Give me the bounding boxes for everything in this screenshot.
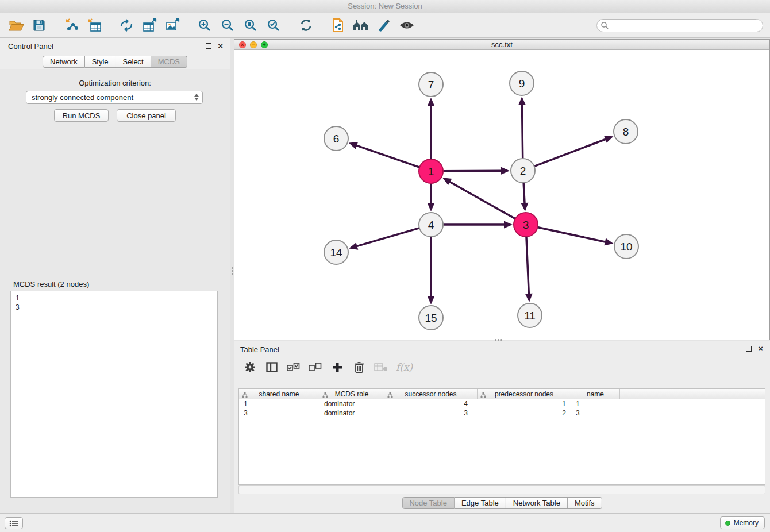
table-horizontal-scrollbar[interactable] — [238, 485, 765, 494]
refresh-view-icon[interactable] — [294, 15, 317, 36]
add-column-icon[interactable] — [330, 359, 344, 375]
graph-node-6[interactable]: 6 — [324, 126, 348, 151]
graph-node-label: 14 — [330, 246, 342, 259]
tab-style[interactable]: Style — [85, 56, 116, 68]
table-row[interactable]: 3 dominator 3 2 3 — [239, 408, 765, 418]
delete-table-icon-disabled — [374, 359, 388, 375]
cell-shared-name[interactable]: 1 — [239, 399, 319, 408]
graph-node-label: 9 — [519, 78, 525, 90]
import-network-icon[interactable] — [60, 15, 83, 36]
table-tabs: Node Table Edge Table Network Table Moti… — [402, 497, 602, 509]
tab-edge-table[interactable]: Edge Table — [455, 497, 506, 509]
graph-edge-1-2[interactable] — [444, 171, 501, 171]
cell-successor-nodes[interactable]: 4 — [384, 399, 478, 408]
tab-network[interactable]: Network — [43, 56, 85, 68]
table-row[interactable]: 1 dominator 4 1 1 — [239, 399, 765, 408]
tab-motifs[interactable]: Motifs — [568, 497, 602, 509]
close-panel-icon[interactable]: × — [218, 41, 223, 51]
tab-mcds[interactable]: MCDS — [151, 56, 187, 68]
network-canvas[interactable]: 7968124314101511 — [234, 50, 769, 340]
run-mcds-button[interactable]: Run MCDS — [54, 109, 109, 122]
graph-edge-1-6[interactable] — [357, 145, 419, 167]
close-table-panel-icon[interactable]: × — [758, 344, 763, 354]
column-header-successor-nodes[interactable]: successor nodes — [384, 389, 478, 399]
cell-mcds-role[interactable]: dominator — [319, 399, 384, 408]
close-panel-button[interactable]: Close panel — [117, 109, 176, 122]
import-table-icon[interactable] — [83, 15, 106, 36]
export-table-icon[interactable] — [138, 15, 161, 36]
show-hide-eye-icon[interactable] — [395, 15, 418, 36]
cell-successor-nodes[interactable]: 3 — [384, 408, 478, 418]
graph-node-1[interactable]: 1 — [419, 159, 443, 183]
graph-node-10[interactable]: 10 — [614, 234, 638, 259]
import-document-icon[interactable] — [326, 15, 349, 36]
open-session-icon[interactable] — [5, 15, 28, 36]
minimize-window-icon[interactable]: − — [250, 41, 257, 48]
graph-node-14[interactable]: 14 — [324, 240, 348, 264]
mcds-result-groupbox: MCDS result (2 nodes) 1 3 — [7, 284, 221, 503]
graph-edge-2-3[interactable] — [523, 183, 525, 203]
table-panel-title: Table Panel — [240, 345, 279, 354]
column-visibility-icon[interactable] — [265, 359, 279, 375]
graph-edge-arrowhead — [428, 203, 435, 211]
save-session-icon[interactable] — [28, 15, 51, 36]
float-table-panel-icon[interactable] — [746, 346, 752, 352]
style-brush-icon[interactable] — [372, 15, 395, 36]
column-label: predecessor nodes — [495, 390, 553, 398]
graph-edge-2-8[interactable] — [535, 139, 606, 166]
graph-edge-3-10[interactable] — [538, 228, 605, 242]
cell-predecessor-nodes[interactable]: 1 — [478, 399, 571, 408]
home-icon[interactable] — [349, 15, 372, 36]
column-header-mcds-role[interactable]: MCDS role — [319, 389, 384, 399]
cell-name[interactable]: 3 — [571, 408, 620, 418]
tab-network-table[interactable]: Network Table — [506, 497, 568, 509]
network-graph[interactable]: 7968124314101511 — [234, 50, 769, 340]
column-label: MCDS role — [335, 390, 369, 398]
cell-mcds-role[interactable]: dominator — [319, 408, 384, 418]
graph-node-15[interactable]: 15 — [419, 306, 443, 330]
graph-node-4[interactable]: 4 — [419, 213, 443, 237]
zoom-out-icon[interactable] — [216, 15, 239, 36]
graph-edge-4-14[interactable] — [357, 228, 418, 246]
table-toolbar: f(x) — [243, 357, 413, 377]
search-input[interactable] — [596, 19, 763, 32]
graph-node-9[interactable]: 9 — [510, 71, 534, 95]
graph-node-2[interactable]: 2 — [511, 159, 535, 183]
float-panel-icon[interactable] — [206, 43, 211, 49]
criterion-dropdown-value: strongly connected component — [32, 93, 133, 102]
export-image-icon[interactable] — [161, 15, 184, 36]
cell-shared-name[interactable]: 3 — [239, 408, 319, 418]
graph-node-7[interactable]: 7 — [419, 72, 443, 97]
deselect-all-icon[interactable] — [309, 359, 322, 375]
tab-node-table[interactable]: Node Table — [402, 497, 455, 509]
column-header-shared-name[interactable]: shared name — [239, 389, 319, 399]
graph-node-3[interactable]: 3 — [514, 213, 538, 237]
column-header-predecessor-nodes[interactable]: predecessor nodes — [478, 389, 571, 399]
table-settings-gear-icon[interactable] — [243, 359, 257, 375]
column-label: successor nodes — [405, 390, 456, 398]
network-window-titlebar[interactable]: × − + scc.txt — [234, 40, 769, 50]
control-panel-tabs: Network Style Select MCDS — [43, 56, 187, 68]
task-history-button[interactable] — [5, 517, 23, 529]
cell-predecessor-nodes[interactable]: 2 — [478, 408, 571, 418]
graph-edge-3-11[interactable] — [526, 237, 529, 294]
graph-edge-2-9[interactable] — [522, 105, 523, 158]
mcds-result-list[interactable]: 1 3 — [10, 291, 218, 498]
criterion-dropdown[interactable]: strongly connected component — [26, 91, 203, 104]
vertical-splitter-handle[interactable] — [230, 265, 234, 276]
cell-name[interactable]: 1 — [571, 399, 620, 408]
clone-network-icon[interactable] — [115, 15, 138, 36]
select-all-icon[interactable] — [287, 359, 301, 375]
graph-edge-3-1[interactable] — [450, 182, 515, 219]
close-window-icon[interactable]: × — [239, 41, 246, 48]
zoom-fit-icon[interactable] — [239, 15, 262, 36]
delete-icon[interactable] — [352, 359, 366, 375]
zoom-in-icon[interactable] — [193, 15, 216, 36]
tab-select[interactable]: Select — [116, 56, 151, 68]
graph-node-8[interactable]: 8 — [614, 119, 638, 144]
maximize-window-icon[interactable]: + — [261, 41, 268, 48]
graph-node-11[interactable]: 11 — [518, 303, 542, 327]
zoom-selected-icon[interactable] — [262, 15, 285, 36]
column-header-name[interactable]: name — [571, 389, 620, 399]
memory-button[interactable]: Memory — [720, 516, 765, 529]
